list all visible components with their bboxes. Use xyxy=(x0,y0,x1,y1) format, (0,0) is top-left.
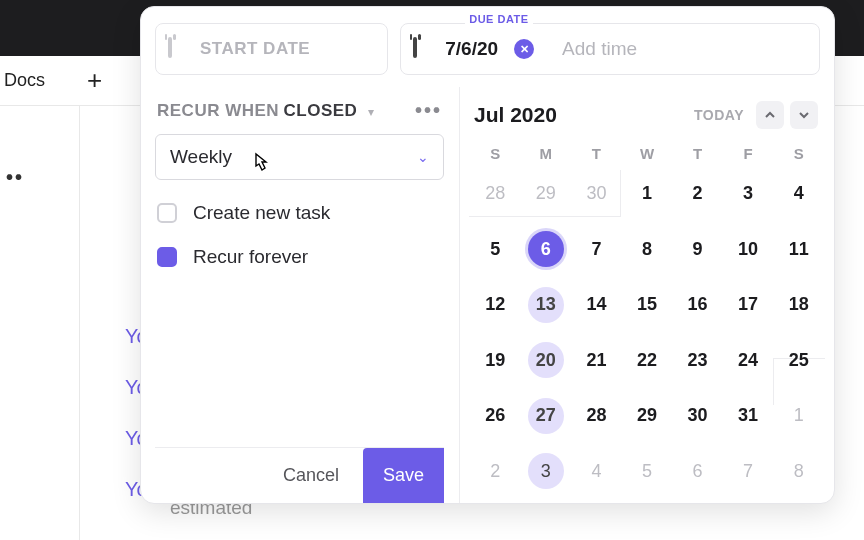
calendar-day[interactable]: 29 xyxy=(622,392,673,439)
calendar-nav: TODAY xyxy=(694,101,818,129)
recur-when-state: CLOSED xyxy=(284,101,358,120)
calendar-day[interactable]: 14 xyxy=(571,281,622,328)
calendar-day[interactable]: 8 xyxy=(622,226,673,273)
checkbox-checked-icon[interactable] xyxy=(157,247,177,267)
calendar-day[interactable]: 23 xyxy=(672,337,723,384)
calendar-day[interactable]: 30 xyxy=(571,170,622,217)
frequency-select[interactable]: Weekly ⌄ xyxy=(155,134,444,180)
calendar-day[interactable]: 17 xyxy=(723,281,774,328)
calendar-day[interactable]: 21 xyxy=(571,337,622,384)
calendar-day[interactable]: 26 xyxy=(470,392,521,439)
chevron-down-icon: ⌄ xyxy=(417,149,429,165)
option-label: Create new task xyxy=(193,202,330,224)
calendar-day[interactable]: 1 xyxy=(773,392,824,439)
chevron-down-icon xyxy=(799,110,809,120)
calendar-day[interactable]: 8 xyxy=(773,448,824,495)
calendar-header: Jul 2020 TODAY xyxy=(470,101,824,139)
due-date-input[interactable]: DUE DATE 7/6/20 ✕ Add time xyxy=(400,23,820,75)
calendar-day[interactable]: 24 xyxy=(723,337,774,384)
calendar-icon xyxy=(413,38,435,60)
checkbox-unchecked-icon[interactable] xyxy=(157,203,177,223)
calendar-pane: Jul 2020 TODAY S M T W T F S xyxy=(459,87,834,503)
calendar-day[interactable]: 10 xyxy=(723,226,774,273)
calendar-day[interactable]: 29 xyxy=(521,170,572,217)
calendar-day[interactable]: 18 xyxy=(773,281,824,328)
option-label: Recur forever xyxy=(193,246,308,268)
docs-tab[interactable]: Docs xyxy=(0,70,45,91)
start-date-placeholder: START DATE xyxy=(200,39,310,59)
clear-due-date-button[interactable]: ✕ xyxy=(514,39,534,59)
calendar-day[interactable]: 7 xyxy=(571,226,622,273)
chevron-down-icon: ▾ xyxy=(368,105,374,119)
calendar-day[interactable]: 2 xyxy=(672,170,723,217)
calendar-day[interactable]: 5 xyxy=(622,448,673,495)
dow-label: W xyxy=(622,145,673,162)
frequency-value: Weekly xyxy=(170,146,232,168)
calendar-day[interactable]: 7 xyxy=(723,448,774,495)
next-month-button[interactable] xyxy=(790,101,818,129)
calendar-day[interactable]: 22 xyxy=(622,337,673,384)
add-button[interactable]: + xyxy=(87,65,102,96)
calendar-day[interactable]: 25 xyxy=(773,337,824,384)
recur-forever-option[interactable]: Recur forever xyxy=(155,240,444,284)
calendar-day[interactable]: 15 xyxy=(622,281,673,328)
calendar-day[interactable]: 20 xyxy=(521,337,572,384)
dow-label: F xyxy=(723,145,774,162)
calendar-day[interactable]: 12 xyxy=(470,281,521,328)
create-new-task-option[interactable]: Create new task xyxy=(155,196,444,240)
chevron-up-icon xyxy=(765,110,775,120)
calendar-day[interactable]: 4 xyxy=(571,448,622,495)
calendar-icon xyxy=(168,38,190,60)
calendar-days-grid: 2829301234567891011121314151617181920212… xyxy=(470,170,824,503)
calendar-day[interactable]: 27 xyxy=(521,392,572,439)
today-button[interactable]: TODAY xyxy=(694,107,744,123)
dow-label: S xyxy=(773,145,824,162)
background-more-dots[interactable]: •• xyxy=(6,166,24,189)
save-button[interactable]: Save xyxy=(363,448,444,504)
calendar-day[interactable]: 28 xyxy=(470,170,521,217)
calendar-day[interactable]: 5 xyxy=(470,226,521,273)
calendar-day-headers: S M T W T F S xyxy=(470,139,824,170)
calendar-day[interactable]: 2 xyxy=(470,448,521,495)
calendar-day[interactable]: 30 xyxy=(672,392,723,439)
calendar-day[interactable]: 16 xyxy=(672,281,723,328)
calendar-month-label: Jul 2020 xyxy=(474,103,557,127)
dow-label: S xyxy=(470,145,521,162)
calendar-day[interactable]: 11 xyxy=(773,226,824,273)
dow-label: T xyxy=(571,145,622,162)
calendar-day[interactable]: 13 xyxy=(521,281,572,328)
calendar-day[interactable]: 31 xyxy=(723,392,774,439)
dow-label: M xyxy=(521,145,572,162)
calendar-day[interactable]: 9 xyxy=(672,226,723,273)
calendar-day[interactable]: 6 xyxy=(521,226,572,273)
recurrence-pane: RECUR WHEN CLOSED ▾ ••• Weekly ⌄ Create … xyxy=(141,87,459,503)
calendar-day[interactable]: 28 xyxy=(571,392,622,439)
recur-header: RECUR WHEN CLOSED ▾ ••• xyxy=(155,99,444,134)
calendar-day[interactable]: 4 xyxy=(773,170,824,217)
calendar-day[interactable]: 6 xyxy=(672,448,723,495)
more-options-button[interactable]: ••• xyxy=(415,99,442,122)
due-date-value: 7/6/20 xyxy=(445,38,498,60)
add-time-button[interactable]: Add time xyxy=(562,38,637,60)
recur-when-dropdown[interactable]: RECUR WHEN CLOSED ▾ xyxy=(157,101,374,121)
start-date-input[interactable]: START DATE xyxy=(155,23,388,75)
recur-when-label: RECUR WHEN xyxy=(157,101,279,120)
due-date-label: DUE DATE xyxy=(465,13,532,25)
dialog-footer: Cancel Save xyxy=(155,447,444,503)
dow-label: T xyxy=(672,145,723,162)
calendar-day[interactable]: 3 xyxy=(723,170,774,217)
date-inputs-row: START DATE DUE DATE 7/6/20 ✕ Add time xyxy=(141,7,834,87)
cancel-button[interactable]: Cancel xyxy=(277,455,345,496)
dialog-main-row: RECUR WHEN CLOSED ▾ ••• Weekly ⌄ Create … xyxy=(141,87,834,503)
prev-month-button[interactable] xyxy=(756,101,784,129)
date-recurrence-dialog: START DATE DUE DATE 7/6/20 ✕ Add time RE… xyxy=(140,6,835,504)
calendar-day[interactable]: 3 xyxy=(521,448,572,495)
calendar-day[interactable]: 1 xyxy=(622,170,673,217)
calendar-day[interactable]: 19 xyxy=(470,337,521,384)
